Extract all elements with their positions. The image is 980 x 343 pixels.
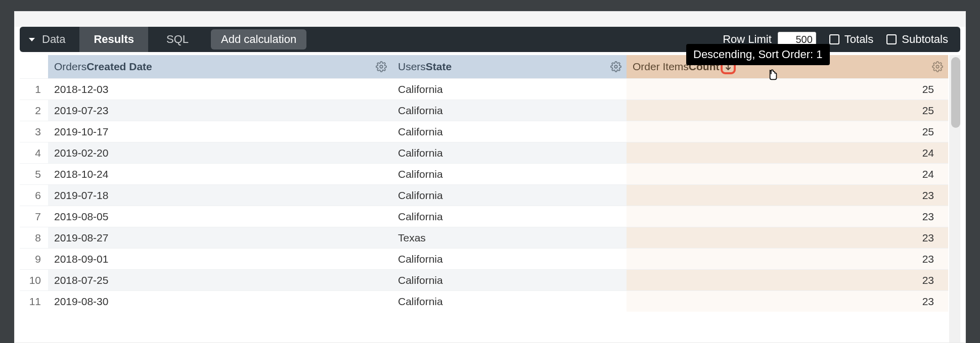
cell-created-date: 2018-09-01: [48, 248, 392, 269]
gear-icon[interactable]: [932, 61, 943, 72]
cell-count: 23: [627, 269, 948, 290]
cell-state: Texas: [392, 227, 627, 248]
cell-state: California: [392, 290, 627, 312]
header-prefix: Orders: [54, 61, 86, 73]
svg-point-0: [380, 65, 383, 68]
header-field: State: [426, 61, 452, 73]
cell-count: 23: [627, 227, 948, 248]
cell-state: California: [392, 142, 627, 163]
row-number: 9: [20, 248, 48, 269]
cell-created-date: 2018-12-03: [48, 78, 392, 100]
sort-tooltip: Descending, Sort Order: 1: [686, 44, 830, 65]
cell-count: 23: [627, 184, 948, 206]
panel-top-strip: [15, 12, 965, 27]
checkbox-icon: [829, 34, 839, 44]
tab-results[interactable]: Results: [79, 27, 148, 52]
cell-count: 25: [627, 121, 948, 142]
cell-state: California: [392, 121, 627, 142]
row-number: 3: [20, 121, 48, 142]
tab-data[interactable]: Data: [20, 27, 79, 52]
header-rownum: [20, 55, 48, 78]
cell-created-date: 2018-07-25: [48, 269, 392, 290]
cell-created-date: 2019-08-30: [48, 290, 392, 312]
row-number: 2: [20, 100, 48, 121]
cell-state: California: [392, 184, 627, 206]
cell-count: 23: [627, 248, 948, 269]
row-number: 10: [20, 269, 48, 290]
tab-sql[interactable]: SQL: [148, 27, 207, 52]
cell-created-date: 2019-02-20: [48, 142, 392, 163]
row-number: 11: [20, 290, 48, 312]
cell-created-date: 2019-08-05: [48, 206, 392, 227]
subtotals-checkbox[interactable]: Subtotals: [886, 33, 948, 46]
tab-results-label: Results: [94, 33, 133, 46]
cell-created-date: 2019-07-18: [48, 184, 392, 206]
svg-point-1: [614, 65, 617, 68]
header-field: Created Date: [86, 61, 152, 73]
header-prefix: Order Items: [633, 61, 689, 73]
chevron-down-icon: [29, 38, 35, 41]
row-number: 8: [20, 227, 48, 248]
svg-point-2: [936, 65, 939, 68]
row-number: 5: [20, 163, 48, 184]
scrollbar-thumb[interactable]: [951, 57, 960, 128]
cell-count: 25: [627, 78, 948, 100]
gear-icon[interactable]: [610, 61, 621, 72]
cell-state: California: [392, 100, 627, 121]
cell-created-date: 2019-07-23: [48, 100, 392, 121]
checkbox-icon: [886, 34, 897, 44]
cell-created-date: 2018-10-24: [48, 163, 392, 184]
cell-state: California: [392, 269, 627, 290]
cell-created-date: 2019-10-17: [48, 121, 392, 142]
totals-label: Totals: [844, 33, 873, 46]
cell-state: California: [392, 248, 627, 269]
row-number: 6: [20, 184, 48, 206]
cell-state: California: [392, 206, 627, 227]
add-calculation-button[interactable]: Add calculation: [211, 29, 306, 50]
header-orders-created-date[interactable]: Orders Created Date: [48, 55, 392, 78]
tab-data-label: Data: [42, 33, 65, 46]
cell-count: 23: [627, 290, 948, 312]
tab-sql-label: SQL: [166, 33, 189, 46]
data-toolbar: Data Results SQL Add calculation Row Lim…: [20, 27, 960, 52]
subtotals-label: Subtotals: [902, 33, 948, 46]
cell-count: 24: [627, 142, 948, 163]
row-number: 4: [20, 142, 48, 163]
header-users-state[interactable]: Users State: [392, 55, 627, 78]
cell-state: California: [392, 163, 627, 184]
totals-checkbox[interactable]: Totals: [829, 33, 873, 46]
cell-created-date: 2019-08-27: [48, 227, 392, 248]
row-number: 7: [20, 206, 48, 227]
cell-count: 25: [627, 100, 948, 121]
cell-count: 23: [627, 206, 948, 227]
header-prefix: Users: [398, 61, 426, 73]
cell-state: California: [392, 78, 627, 100]
cell-count: 24: [627, 163, 948, 184]
row-number: 1: [20, 78, 48, 100]
gear-icon[interactable]: [376, 61, 387, 72]
